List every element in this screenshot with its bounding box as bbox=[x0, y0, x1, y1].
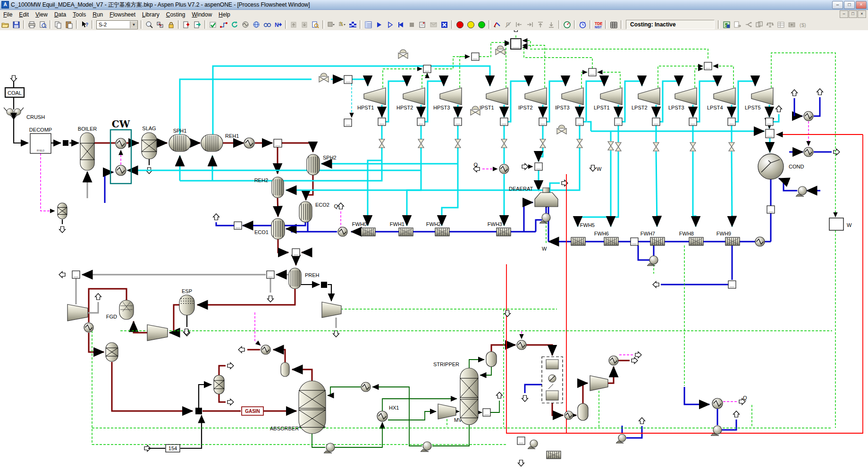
block-hx-a[interactable] bbox=[244, 138, 254, 148]
pen-line-icon[interactable] bbox=[492, 20, 502, 29]
process-flowsheet-canvas[interactable]: COALCRUSHDECOMPRYIELDBOILERCWSLAGSPH1REH… bbox=[0, 30, 868, 470]
stream[interactable] bbox=[552, 403, 563, 415]
import-stream-icon[interactable] bbox=[182, 20, 192, 29]
valve[interactable] bbox=[577, 139, 582, 148]
stream[interactable] bbox=[219, 394, 226, 402]
stream[interactable] bbox=[422, 73, 427, 88]
block-vent-hx2[interactable] bbox=[804, 147, 813, 157]
mixer-splitter-block[interactable] bbox=[535, 163, 542, 170]
stream-end-arrow[interactable] bbox=[333, 331, 339, 337]
mixer-splitter-block[interactable] bbox=[576, 118, 583, 126]
stream[interactable] bbox=[286, 229, 308, 232]
stream-end-arrow[interactable] bbox=[213, 214, 219, 220]
mixer-splitter-block[interactable] bbox=[728, 118, 735, 126]
mdi-restore-button[interactable]: □ bbox=[849, 10, 857, 18]
stream[interactable] bbox=[524, 202, 533, 232]
valve[interactable] bbox=[501, 139, 507, 148]
pump-p4[interactable] bbox=[616, 434, 626, 443]
block-hpst3[interactable] bbox=[440, 88, 462, 105]
stream-end-arrow[interactable] bbox=[11, 76, 17, 82]
valve[interactable] bbox=[690, 143, 696, 151]
economics-dollar-icon[interactable]: $ bbox=[722, 20, 732, 29]
block-ipst2[interactable] bbox=[525, 88, 547, 105]
mdi-minimize-button[interactable]: – bbox=[840, 10, 848, 18]
stream-end-arrow[interactable] bbox=[834, 149, 840, 155]
mail-icon[interactable] bbox=[429, 20, 438, 29]
junction-block[interactable] bbox=[321, 282, 327, 288]
menu-costing[interactable]: Costing bbox=[163, 10, 189, 19]
block-absorber[interactable] bbox=[299, 381, 326, 434]
stream[interactable] bbox=[386, 81, 407, 122]
status-red-icon[interactable] bbox=[455, 20, 465, 29]
costing-grid-icon[interactable] bbox=[609, 20, 619, 29]
mixer-splitter-block[interactable] bbox=[267, 271, 274, 278]
block-vent-hx1[interactable] bbox=[804, 111, 813, 121]
page-down-icon[interactable] bbox=[300, 20, 310, 29]
mixer-splitter-block[interactable] bbox=[704, 62, 712, 70]
valve[interactable] bbox=[455, 139, 461, 148]
block-air-fan[interactable] bbox=[322, 302, 341, 318]
stream[interactable] bbox=[407, 148, 421, 226]
flowsheet-check-icon[interactable] bbox=[208, 20, 218, 29]
block-cond[interactable] bbox=[758, 154, 784, 179]
find-page-icon[interactable] bbox=[311, 20, 320, 29]
stream[interactable] bbox=[328, 285, 331, 301]
pump-lean[interactable] bbox=[421, 442, 431, 452]
maximize-button[interactable]: □ bbox=[844, 1, 855, 9]
block-cw-hx1[interactable] bbox=[116, 138, 126, 149]
stream[interactable] bbox=[41, 153, 55, 211]
block-co2-comp2[interactable] bbox=[590, 376, 608, 391]
stream[interactable] bbox=[522, 41, 708, 59]
block-hpst1[interactable] bbox=[364, 88, 386, 105]
stream[interactable] bbox=[105, 172, 113, 203]
block-gas-hx[interactable] bbox=[84, 323, 93, 332]
mixer-splitter-block[interactable] bbox=[511, 39, 521, 49]
pump-bottom[interactable] bbox=[528, 440, 538, 449]
cancel-run-icon[interactable] bbox=[439, 20, 449, 29]
mixer-splitter-block[interactable] bbox=[274, 139, 282, 147]
block-lpst5[interactable] bbox=[751, 88, 773, 105]
block-eco2[interactable] bbox=[299, 201, 312, 222]
block-fwh8[interactable] bbox=[689, 237, 703, 245]
menu-run[interactable]: Run bbox=[89, 10, 106, 19]
stream[interactable] bbox=[526, 345, 552, 355]
block-gc-hx[interactable] bbox=[338, 227, 347, 236]
stream[interactable] bbox=[548, 203, 556, 242]
paste-icon[interactable] bbox=[64, 20, 74, 29]
stream-end-arrow[interactable] bbox=[59, 227, 66, 233]
stream[interactable] bbox=[656, 151, 657, 227]
stream[interactable] bbox=[506, 44, 509, 88]
status-green-icon[interactable] bbox=[477, 20, 487, 29]
stream-end-arrow[interactable] bbox=[653, 282, 659, 288]
block-slag[interactable] bbox=[142, 133, 157, 159]
save-icon[interactable] bbox=[11, 20, 21, 29]
stream-end-arrow[interactable] bbox=[338, 203, 344, 209]
data-browser-icon[interactable] bbox=[363, 20, 373, 29]
block-stripper[interactable] bbox=[460, 368, 478, 425]
valve[interactable] bbox=[418, 139, 424, 148]
dock-down-icon[interactable] bbox=[547, 20, 556, 29]
stream-end-arrow[interactable] bbox=[590, 165, 596, 171]
block-sph1[interactable] bbox=[169, 134, 191, 151]
stream[interactable] bbox=[697, 81, 717, 122]
mixer-splitter-block[interactable] bbox=[539, 118, 547, 126]
block-wash-col[interactable] bbox=[214, 375, 224, 394]
run-icon[interactable] bbox=[374, 20, 384, 29]
block-id-fan[interactable] bbox=[147, 325, 168, 341]
menu-help[interactable]: Help bbox=[215, 10, 234, 19]
block-ic-hx[interactable] bbox=[565, 411, 573, 420]
block-fwh7[interactable] bbox=[650, 237, 665, 245]
block-oh-cooler[interactable] bbox=[517, 340, 526, 350]
stream[interactable] bbox=[112, 362, 193, 411]
stream[interactable] bbox=[199, 385, 211, 408]
stream[interactable] bbox=[469, 360, 484, 368]
block-boiler[interactable] bbox=[80, 133, 94, 170]
stream[interactable] bbox=[89, 333, 104, 352]
stream[interactable] bbox=[273, 350, 285, 362]
block-fwh3-hx[interactable] bbox=[499, 164, 509, 174]
stream-end-arrow[interactable] bbox=[518, 460, 524, 466]
block-fwh1[interactable] bbox=[399, 228, 413, 236]
valve[interactable] bbox=[729, 143, 734, 151]
mixer-splitter-block[interactable] bbox=[689, 118, 697, 126]
stream[interactable] bbox=[587, 122, 591, 131]
